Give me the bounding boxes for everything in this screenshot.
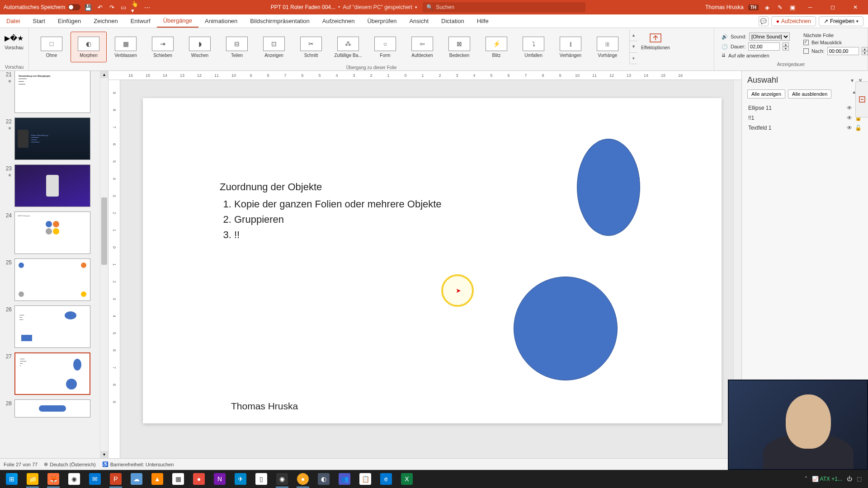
spin-up-icon[interactable]: ▲ xyxy=(862,47,868,51)
spin-up-icon[interactable]: ▲ xyxy=(783,42,789,47)
slide-thumbnail[interactable]: SWOT Analysis xyxy=(14,211,90,254)
scroll-down-icon[interactable]: ▾ xyxy=(100,451,108,458)
transition-verblassen[interactable]: ▦Verblassen xyxy=(108,32,144,62)
lock-icon[interactable]: 🔓 xyxy=(855,125,862,131)
slide-thumbnail[interactable]: ━━━━━━━━━━━━ xyxy=(14,305,90,348)
taskbar-app[interactable]: ▦ xyxy=(168,470,188,488)
taskbar-app[interactable]: ☁ xyxy=(127,470,146,488)
slide-thumbnail[interactable] xyxy=(14,164,90,207)
tab-insert[interactable]: Einfügen xyxy=(52,14,87,28)
canvas[interactable]: Zuordnung der Objekte Kopie der ganzen F… xyxy=(120,80,733,458)
tray-net-icon[interactable]: ⏻ xyxy=(847,476,852,482)
slide-thumbnail[interactable]: Phone Data Mock-up━━━━━━━━━━━━━━━━━━━━━━… xyxy=(14,117,90,160)
undo-icon[interactable]: ↶ xyxy=(96,3,104,11)
transition-teilen[interactable]: ⊟Teilen xyxy=(219,32,255,62)
save-icon[interactable]: 💾 xyxy=(84,3,92,11)
eye-icon[interactable]: 👁 xyxy=(847,105,852,111)
scroll-handle[interactable] xyxy=(101,197,107,265)
transition-bedecken[interactable]: ⊠Bedecken xyxy=(441,32,477,62)
transition-form[interactable]: ○Form xyxy=(367,32,403,62)
record-button[interactable]: ●Aufzeichnen xyxy=(771,16,816,26)
maximize-button[interactable]: ◻ xyxy=(824,0,842,14)
tab-file[interactable]: Datei xyxy=(0,14,26,28)
transition-schieben[interactable]: ⇥Schieben xyxy=(145,32,181,62)
pen-icon[interactable]: ✎ xyxy=(776,3,784,11)
present-icon[interactable]: ▭ xyxy=(119,3,127,11)
tray-up-icon[interactable]: ˄ xyxy=(805,476,807,482)
apply-all-button[interactable]: ⇊ Auf alle anwenden xyxy=(722,52,790,58)
pane-dropdown-icon[interactable]: ▾ xyxy=(851,77,854,84)
document-title[interactable]: PPT 01 Roter Faden 004... • Auf "diesem … xyxy=(271,4,417,10)
gallery-expand-icon[interactable]: ▾ xyxy=(630,53,637,64)
search-input[interactable]: 🔍 Suchen xyxy=(423,2,585,12)
taskbar-edge[interactable]: e xyxy=(376,470,396,488)
comments-button[interactable]: 💬 xyxy=(759,16,769,26)
after-checkbox[interactable] xyxy=(803,48,809,54)
close-button[interactable]: ✕ xyxy=(846,0,864,14)
slide-thumbnail[interactable]: Verwendung von Übergängen━━━━━━━━━━━━━━━ xyxy=(14,71,90,113)
tab-start[interactable]: Start xyxy=(26,14,51,28)
autosave-toggle[interactable]: Automatisches Speichern xyxy=(4,4,80,10)
on-click-checkbox[interactable] xyxy=(803,40,809,45)
selection-item[interactable]: Ellipse 11👁🔓 xyxy=(747,103,863,113)
tray-stocks[interactable]: 📈 ATX +1... xyxy=(812,476,842,482)
tab-animations[interactable]: Animationen xyxy=(198,14,244,28)
spin-down-icon[interactable]: ▼ xyxy=(783,47,789,51)
minimize-button[interactable]: ─ xyxy=(801,0,819,14)
transition-zufällige ba...[interactable]: ⁂Zufällige Ba... xyxy=(330,32,366,62)
taskbar-telegram[interactable]: ✈ xyxy=(231,470,250,488)
transition-schnitt[interactable]: ✂Schnitt xyxy=(293,32,329,62)
system-tray[interactable]: ˄ 📈 ATX +1... ⏻ ⬚ xyxy=(805,476,866,482)
taskbar-app[interactable]: ● xyxy=(189,470,209,488)
taskbar-app[interactable]: 📋 xyxy=(355,470,375,488)
taskbar-excel[interactable]: X xyxy=(397,470,417,488)
transition-aufdecken[interactable]: ⇦Aufdecken xyxy=(404,32,440,62)
scroll-up-icon[interactable]: ▴ xyxy=(100,71,108,78)
qat-more-icon[interactable]: ⋯ xyxy=(143,3,151,11)
tab-slideshow[interactable]: Bildschirmpräsentation xyxy=(244,14,316,28)
slide-thumbnail[interactable] xyxy=(14,258,90,301)
diamond-icon[interactable]: ◈ xyxy=(763,3,771,11)
hide-all-button[interactable]: Alle ausblenden xyxy=(788,89,831,99)
share-button[interactable]: ↗Freigeben▾ xyxy=(819,16,863,26)
gallery-up-icon[interactable]: ▲ xyxy=(630,30,637,41)
taskbar-app[interactable]: ▯ xyxy=(251,470,271,488)
accessibility-check[interactable]: ♿ Barrierefreiheit: Untersuchen xyxy=(102,461,174,467)
tab-help[interactable]: Hilfe xyxy=(471,14,495,28)
eye-icon[interactable]: 👁 xyxy=(847,115,852,121)
user-name[interactable]: Thomas Hruska xyxy=(705,4,744,10)
transition-anzeigen[interactable]: ⊡Anzeigen xyxy=(256,32,292,62)
start-button[interactable]: ⊞ xyxy=(2,470,22,488)
taskbar-teams[interactable]: 👥 xyxy=(335,470,354,488)
ellipse-shape-2[interactable] xyxy=(514,277,618,380)
window-icon[interactable]: ▣ xyxy=(788,3,797,11)
slide-thumbnail[interactable]: ━━━━━━━━━━━━━━━━ xyxy=(14,352,90,395)
gallery-down-icon[interactable]: ▼ xyxy=(630,41,637,52)
tab-dictation[interactable]: Dictation xyxy=(435,14,471,28)
taskbar-obs[interactable]: ◉ xyxy=(272,470,292,488)
tab-design[interactable]: Entwurf xyxy=(124,14,157,28)
ellipse-shape-1[interactable] xyxy=(577,139,640,236)
author-text[interactable]: Thomas Hruska xyxy=(231,401,298,412)
taskbar-app[interactable]: ◐ xyxy=(314,470,334,488)
taskbar-app[interactable]: ● xyxy=(293,470,313,488)
transition-wischen[interactable]: ◗Wischen xyxy=(182,32,218,62)
taskbar-outlook[interactable]: ✉ xyxy=(85,470,105,488)
redo-icon[interactable]: ↷ xyxy=(108,3,116,11)
taskbar-firefox[interactable]: 🦊 xyxy=(43,470,63,488)
show-all-button[interactable]: Alle anzeigen xyxy=(747,89,785,99)
duration-input[interactable] xyxy=(748,42,780,51)
transition-vorhänge[interactable]: ⫼Vorhänge xyxy=(590,32,626,62)
sound-select[interactable]: [Ohne Sound] xyxy=(749,33,790,41)
tab-review[interactable]: Überprüfen xyxy=(361,14,403,28)
toggle-switch-icon[interactable] xyxy=(68,4,80,10)
tray-more-icon[interactable]: ⬚ xyxy=(857,476,862,482)
taskbar-onenote[interactable]: N xyxy=(210,470,230,488)
tab-view[interactable]: Ansicht xyxy=(403,14,435,28)
language-indicator[interactable]: ⊕ Deutsch (Österreich) xyxy=(44,461,95,467)
spin-down-icon[interactable]: ▼ xyxy=(862,51,868,55)
tab-draw[interactable]: Zeichnen xyxy=(87,14,124,28)
taskbar-powerpoint[interactable]: P xyxy=(106,470,126,488)
taskbar-explorer[interactable]: 📁 xyxy=(23,470,42,488)
collapse-tab[interactable] xyxy=(855,81,868,117)
